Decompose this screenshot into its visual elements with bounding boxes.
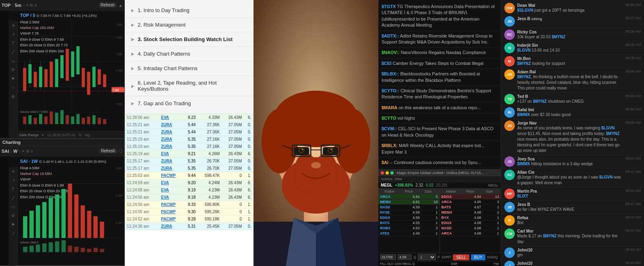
chat-message: AR Adam Ral $MYNZ, Im thinking a bullish… [501, 68, 644, 93]
svg-rect-27 [76, 46, 80, 75]
flag2-icon[interactable]: ⚑ [10, 222, 17, 227]
svg-rect-42 [55, 113, 58, 125]
svg-rect-75 [23, 247, 27, 252]
trade-table-row: 11:24:56 am PACWP 9.33 595.80K 0 1. [125, 201, 253, 208]
top-chart-refresh-button[interactable]: Refresh [99, 2, 117, 8]
svg-rect-24 [60, 55, 64, 78]
course-item-5[interactable]: ▶ 5. Intraday Chart Patterns [125, 61, 253, 75]
course-label-5: 5. Intraday Chart Patterns [138, 65, 198, 71]
bottom-chart-refresh-button[interactable]: Refresh [99, 148, 117, 154]
svg-text:Volume SMA 9  7.530K: Volume SMA 9 7.530K [20, 110, 48, 113]
course-item-3[interactable]: ▶ 3. Stock Selection Building Watch List [125, 32, 253, 46]
svg-rect-72 [87, 211, 91, 238]
course-item-4[interactable]: ▶ 4. Dally Chart Patterns [125, 47, 253, 61]
text-icon[interactable]: T [10, 40, 17, 46]
svg-rect-78 [42, 243, 47, 252]
crosshair-icon[interactable]: ✛ [10, 23, 17, 28]
win-close-dot[interactable] [381, 171, 384, 175]
course-menu: ▶ 1. Intro to Day Trading ▶ 2. Risk Mana… [125, 0, 253, 114]
svg-rect-36 [23, 116, 26, 124]
l2-sell-button[interactable]: SELL [453, 254, 469, 260]
chat-content: Martin Pra $LIXT [517, 189, 623, 199]
svg-rect-84 [80, 248, 85, 252]
svg-rect-76 [29, 245, 34, 252]
l2-ticker-name: MEGL [381, 183, 392, 187]
win-max-dot[interactable] [390, 171, 394, 175]
star-icon[interactable]: ☆ [10, 85, 17, 90]
l2-price: 2.32 [415, 183, 423, 187]
crosshair2-icon[interactable]: ✛ [10, 168, 17, 174]
news-item: $NAOV:: NanoVibronix Regains Nasdaq Comp… [378, 48, 501, 58]
trade-table-row: 11:24:52 am PACWP 9.28 595.18K 0 1. [125, 216, 253, 223]
settings-icon[interactable]: ⚙ [10, 94, 17, 99]
l2-title: Magic Empire Global Limited - Ordina [ME… [397, 171, 484, 175]
arrow-icon-1: ▶ [131, 8, 134, 12]
date-range-label[interactable]: Date Range [19, 133, 39, 137]
level2-titlebar: Magic Empire Global Limited - Ordina [ME… [378, 170, 501, 176]
arrow2-icon[interactable]: ↗ [10, 177, 17, 183]
text2-icon[interactable]: T [10, 186, 17, 192]
news-item: $TGTX TG Therapeutics Announces Data Pre… [378, 2, 501, 31]
chat-avatar: IS [504, 43, 515, 53]
trade-table-row: 11:25:21 am ZURA 5.44 27.36K 27.05M 0. [125, 121, 253, 129]
svg-rect-48 [87, 116, 90, 124]
menu-panel: ▶ 1. Intro to Day Trading ▶ 2. Risk Mana… [125, 0, 254, 266]
l2-price-input[interactable] [398, 254, 412, 260]
bottom-chart-toolbar-icons: ✛ ↗ T ╱ ▭ Ψ ⚑ ⤢ [9, 167, 18, 265]
arrow-icon[interactable]: ↗ [10, 31, 17, 37]
chat-message: IS Inderjit Sin $LGVN 13.66 out 14.10 08… [501, 42, 644, 55]
news-item: $CEI Camber Energy Takes Steps to Combat… [378, 58, 501, 69]
arrow-icon-7: ▶ [131, 101, 134, 106]
trade-table-row: 11:28:06 am EVA 9.23 4.33M 26.43M 6. [125, 114, 253, 121]
line2-icon[interactable]: ╱ [10, 195, 17, 201]
line-icon[interactable]: ╱ [10, 49, 17, 55]
trade-table-row: 11:25:17 am ZURA 5.35 26.70K 27.05M 0. [125, 165, 253, 172]
course-label-3: 3. Stock Selection Building Watch List [138, 36, 233, 42]
svg-rect-22 [50, 62, 53, 87]
chat-message: DW Dean Wal $SLGVN just got a 20PT on be… [501, 2, 644, 15]
course-label-7: 7. Gap and Go Trading [138, 100, 191, 106]
svg-rect-31 [98, 69, 101, 85]
l2-menu: Actions View [378, 176, 501, 182]
fib-icon[interactable]: Ψ [10, 67, 17, 73]
course-item-6[interactable]: ▶ 6. Level 2, Tape Reading, and Hot Keys… [125, 76, 253, 96]
rect2-icon[interactable]: ▭ [10, 204, 17, 210]
chat-content: Ricky Cos 10k buyer at 20.53 $MYNZ [517, 29, 623, 40]
svg-text:Volume SMA 9: Volume SMA 9 [20, 241, 38, 244]
svg-rect-79 [49, 242, 53, 252]
l2-order-input[interactable] [380, 254, 396, 260]
svg-text:7.80: 7.80 [116, 52, 122, 56]
chat-avatar: M [504, 56, 515, 66]
chat-avatar: JN [504, 121, 515, 131]
l2-bid-row: BATS4.551 [378, 220, 440, 226]
fib2-icon[interactable]: Ψ [10, 213, 17, 218]
svg-text:1.50: 1.50 [116, 194, 122, 197]
svg-rect-37 [29, 115, 32, 124]
news-item: $ADTX:: Aditxt Retains Riverside Managem… [378, 31, 501, 48]
news-scroll[interactable]: $TGTX TG Therapeutics Announces Data Pre… [378, 0, 501, 169]
chat-message: TB Ted B +137 on $MYNZ shutdown on CMEG … [501, 93, 644, 106]
course-item-7[interactable]: ▶ 7. Gap and Go Trading [125, 96, 253, 110]
chat-message: AC Allan Cie @Jorge I thought about you … [501, 168, 644, 187]
l2-fill-label: FILL SLD 1000 MEGL Q [380, 262, 415, 266]
course-label-4: 4. Dally Chart Patterns [138, 51, 190, 57]
arrow-icon-5: ▶ [131, 66, 134, 71]
win-min-dot[interactable] [386, 171, 389, 175]
course-label-2: 2. Risk Management [138, 22, 186, 28]
l2-ask-row: NASD4.681 [440, 226, 501, 231]
news-item: $CYTO:: Clinical Study Demonstrates Bent… [378, 86, 501, 103]
l2-bid-row: ATEX4.491 [378, 231, 440, 236]
flag-icon[interactable]: ⚑ [10, 76, 17, 81]
trade-table-row: 11:25:19 am ZURA 5.35 27.16K 27.05M 0. [125, 143, 253, 150]
course-item-1[interactable]: ▶ 1. Intro to Day Trading [125, 3, 253, 17]
svg-rect-49 [93, 115, 96, 124]
expand-icon[interactable]: ⤢ [10, 231, 17, 236]
chat-scroll[interactable]: DW Dean Wal $SLGVN just got a 20PT on be… [501, 0, 644, 266]
rect-icon[interactable]: ▭ [10, 58, 17, 64]
course-item-2[interactable]: ▶ 2. Risk Management [125, 18, 253, 32]
l2-buy-button[interactable]: BUY [471, 254, 486, 260]
top-chart-toolbar: TOP | 5m ↕ ✕ ⊞ ⊙ Refresh ▲ [0, 0, 124, 10]
l2-size-select[interactable]: 11001000 [418, 254, 436, 260]
bottom-chart-ticker: SAI [2, 149, 9, 154]
svg-rect-26 [71, 51, 74, 77]
